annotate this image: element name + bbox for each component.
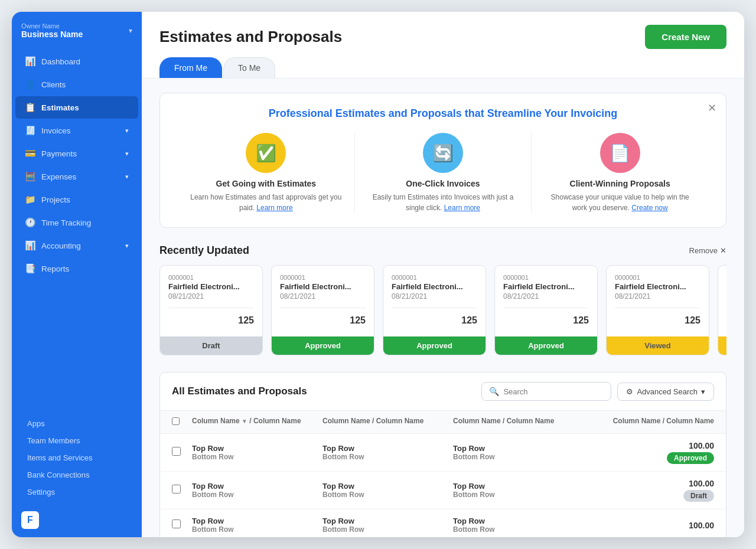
recently-updated-header: Recently Updated Remove ✕ <box>159 244 726 257</box>
sidebar-misc-item[interactable]: Items and Services <box>21 449 132 466</box>
card-divider <box>615 308 700 308</box>
nav-icon-payments: 💳 <box>25 148 35 159</box>
sidebar-business-name: Business Name <box>21 30 83 39</box>
promo-card-title: One-Click Invoices <box>406 179 480 188</box>
amount-value: 100.00 <box>584 479 714 488</box>
card-status: Approved <box>272 336 374 355</box>
sidebar-header[interactable]: Owner Name Business Name ▾ <box>12 12 142 47</box>
table-cell-col3: Top Row Bottom Row <box>453 517 584 534</box>
table-cell-col3: Top Row Bottom Row <box>453 444 584 461</box>
cell-bot: Bottom Row <box>192 491 322 499</box>
promo-card-link[interactable]: Learn more <box>256 204 292 212</box>
nav-chevron-payments: ▾ <box>125 150 129 158</box>
nav-icon-reports: 📑 <box>25 263 35 274</box>
card-amount: 125 <box>503 313 589 331</box>
nav-label-estimates: Estimates <box>41 103 79 112</box>
table-row[interactable]: Top Row Bottom Row Top Row Bottom Row To… <box>160 509 726 537</box>
card-amount: 125 <box>280 313 366 331</box>
row-checkbox[interactable] <box>172 519 181 528</box>
table-cell-col2: Top Row Bottom Row <box>322 482 453 499</box>
advanced-search-button[interactable]: ⚙ Advanced Search ▾ <box>617 383 714 401</box>
promo-close-button[interactable]: ✕ <box>708 102 716 115</box>
amount-value: 100.00 <box>584 441 714 450</box>
promo-card-title: Get Going with Estimates <box>216 179 317 188</box>
card-client: Fairfield Electroni... <box>615 282 700 291</box>
estimate-card[interactable]: 0000001 Fairfield Electroni... 08/21/202… <box>383 265 486 355</box>
table-cell-col1: Top Row Bottom Row <box>192 444 322 461</box>
card-amount: 125 <box>392 313 477 331</box>
nav-icon-clients: 👤 <box>25 79 35 90</box>
sidebar-misc-item[interactable]: Apps <box>21 415 132 432</box>
create-new-button[interactable]: Create New <box>645 25 726 49</box>
promo-card-desc: Learn how Estimates and fast approvals g… <box>188 192 344 213</box>
amount-value: 100.00 <box>584 521 714 530</box>
nav-icon-estimates: 📋 <box>25 102 35 113</box>
header-top: Estimates and Proposals Create New <box>159 25 726 49</box>
status-badge: Draft <box>683 490 714 502</box>
card-body: 0000001 Fairfield Electroni... 08/21/202… <box>495 266 597 336</box>
estimate-card[interactable]: 0000001 Fairfield Electroni... 08/21/202… <box>718 265 726 355</box>
row-checkbox[interactable] <box>172 447 181 456</box>
card-date: 08/21/2021 <box>280 292 366 300</box>
table-header-row: All Estimates and Proposals 🔍 ⚙ Advanced… <box>160 372 726 411</box>
nav-icon-invoices: 🧾 <box>25 125 35 136</box>
remove-button[interactable]: Remove ✕ <box>689 246 726 255</box>
nav-icon-expenses: 🧮 <box>25 171 35 182</box>
card-date: 08/21/2021 <box>503 292 589 300</box>
freshbooks-logo: F <box>21 511 39 529</box>
card-client: Fairfield Electroni... <box>392 282 477 291</box>
cell-top: Top Row <box>192 444 322 453</box>
table-cell-amount: 100.00 Approved <box>584 441 714 464</box>
card-number: 0000001 <box>503 274 589 281</box>
card-body: 0000001 Fairfield Electroni... 08/21/202… <box>383 266 485 336</box>
cell-bot: Bottom Row <box>453 453 584 461</box>
table-cell-amount: 100.00 Draft <box>584 479 714 502</box>
card-divider <box>392 308 477 308</box>
sidebar-misc-section: AppsTeam MembersItems and ServicesBank C… <box>12 408 142 503</box>
promo-card-link[interactable]: Create now <box>631 204 667 212</box>
sidebar-item-dashboard[interactable]: 📊Dashboard <box>15 50 138 73</box>
select-all-checkbox[interactable] <box>172 417 180 425</box>
sidebar-misc-item[interactable]: Settings <box>21 483 132 501</box>
estimate-card[interactable]: 0000001 Fairfield Electroni... 08/21/202… <box>271 265 374 355</box>
sidebar-owner-label: Owner Name <box>21 22 83 30</box>
nav-label-projects: Projects <box>41 195 70 204</box>
sidebar-item-invoices[interactable]: 🧾Invoices▾ <box>15 119 138 142</box>
row-checkbox[interactable] <box>172 485 181 494</box>
card-status: Approved <box>495 336 597 355</box>
sidebar-item-expenses[interactable]: 🧮Expenses▾ <box>15 165 138 188</box>
estimate-card[interactable]: 0000001 Fairfield Electroni... 08/21/202… <box>494 265 598 355</box>
sidebar-misc-item[interactable]: Bank Connections <box>21 466 132 483</box>
sidebar-item-payments[interactable]: 💳Payments▾ <box>15 142 138 165</box>
sidebar-item-projects[interactable]: 📁Projects <box>15 188 138 211</box>
card-number: 0000001 <box>280 274 366 281</box>
cell-bot: Bottom Row <box>322 491 453 499</box>
cell-bot: Bottom Row <box>322 525 453 534</box>
sidebar-item-reports[interactable]: 📑Reports <box>15 257 138 280</box>
status-badge: Approved <box>667 452 714 464</box>
sidebar-item-estimates[interactable]: 📋Estimates <box>15 96 138 119</box>
tab-from-me[interactable]: From Me <box>159 57 222 78</box>
sidebar-footer: F <box>12 503 142 537</box>
sidebar-misc-item[interactable]: Team Members <box>21 432 132 449</box>
sidebar-item-accounting[interactable]: 📊Accounting▾ <box>15 234 138 257</box>
table-col-header: Column Name ▼ / Column Name Column Name … <box>160 411 726 434</box>
remove-label: Remove <box>689 246 718 255</box>
card-status: Approved <box>383 336 485 355</box>
card-date: 08/21/2021 <box>392 292 477 300</box>
nav-label-expenses: Expenses <box>41 172 76 181</box>
table-row[interactable]: Top Row Bottom Row Top Row Bottom Row To… <box>160 472 726 509</box>
estimate-card[interactable]: 0000001 Fairfield Electroni... 08/21/202… <box>606 265 709 355</box>
page-header: Estimates and Proposals Create New From … <box>142 12 744 79</box>
table-cell-col1: Top Row Bottom Row <box>192 517 322 534</box>
col-header-2: Column Name / Column Name <box>322 417 453 427</box>
promo-card-desc: Easily turn Estimates into Invoices with… <box>366 192 521 213</box>
table-row[interactable]: Top Row Bottom Row Top Row Bottom Row To… <box>160 434 726 472</box>
search-input[interactable] <box>503 387 604 396</box>
sidebar-item-clients[interactable]: 👤Clients <box>15 73 138 96</box>
tab-to-me[interactable]: To Me <box>223 57 275 78</box>
card-body: 0000001 Fairfield Electroni... 08/21/202… <box>607 266 709 336</box>
estimate-card[interactable]: 0000001 Fairfield Electroni... 08/21/202… <box>159 265 263 355</box>
promo-card-link[interactable]: Learn more <box>444 204 480 212</box>
sidebar-item-time-tracking[interactable]: 🕐Time Tracking <box>15 211 138 234</box>
